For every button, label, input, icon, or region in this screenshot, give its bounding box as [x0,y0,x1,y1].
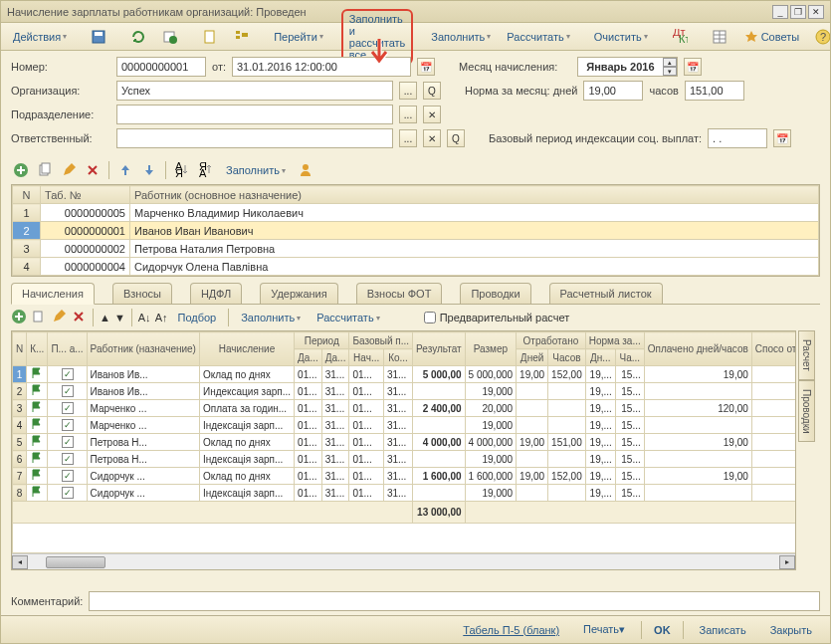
person-icon[interactable] [296,160,315,180]
tab-1[interactable]: Взносы [112,283,172,304]
table-row[interactable]: 4✓Марченко ...Індексація зарп...01...31.… [13,417,796,434]
calc2-menu[interactable]: Рассчитать▾ [311,310,385,325]
table-row[interactable]: 40000000004Сидорчук Олена Павлівна [13,258,819,276]
calendar-icon[interactable]: 📅 [417,58,435,76]
side-tab-calc[interactable]: Расчет [798,330,815,380]
add-icon[interactable] [11,160,31,180]
tab-3[interactable]: Удержания [260,283,337,304]
norm-hours-field[interactable]: 151,00 [685,81,744,101]
tab-2[interactable]: НДФЛ [190,283,242,304]
number-field[interactable]: 00000000001 [116,57,206,77]
tab-6[interactable]: Расчетный листок [549,283,663,304]
table-row[interactable]: 3✓Марченко ...Оплата за годин...01...31.… [13,400,796,417]
preview-checkbox[interactable]: Предварительный расчет [424,312,570,323]
tab-5[interactable]: Проводки [460,283,530,304]
min-button[interactable]: _ [772,5,788,19]
refresh-icon[interactable] [124,27,152,47]
table-row[interactable]: 20000000001Иванов Иван Иванович [13,222,819,240]
resp-select-icon[interactable]: ... [399,129,417,147]
resp-field[interactable] [116,128,393,148]
copy2-icon[interactable] [31,309,47,326]
comment-field[interactable] [89,591,820,611]
dept-field[interactable] [116,105,393,124]
dept-clear-icon[interactable]: ✕ [423,106,441,123]
norm-days-field[interactable]: 19,00 [583,81,643,101]
total-result: 13 000,00 [413,502,465,524]
table-row[interactable]: 1✓Иванов Ив...Оклад по днях01...31...01.… [13,366,796,383]
fill-submenu[interactable]: Заполнить▾ [220,162,292,178]
sortasc-icon[interactable]: AЯ [172,160,192,180]
sort2b-icon[interactable]: A↑ [155,312,168,323]
advice-button[interactable]: Советы [737,27,805,47]
org-field[interactable]: Успех [116,81,393,101]
ok-button[interactable]: OK [641,621,684,639]
print-menu[interactable]: Печать▾ [575,620,633,639]
sort2a-icon[interactable]: A↓ [138,312,151,323]
help-icon[interactable]: ? [809,27,831,47]
add2-icon[interactable] [11,309,27,326]
col-name[interactable]: Работник (основное назначение) [130,186,819,204]
moveup-icon[interactable] [115,160,135,180]
sortdesc-icon[interactable]: ЯA [196,160,216,180]
table-row[interactable]: 6✓Петрова Н...Індексація зарп...01...31.… [13,451,796,468]
table-row[interactable]: 10000000005Марченко Владимир Николаевич [13,204,819,222]
month-up-icon[interactable]: ▴ [663,58,677,67]
employees-grid[interactable]: N Таб. № Работник (основное назначение) … [11,184,820,277]
edit-icon[interactable] [59,160,79,180]
fill-menu[interactable]: Заполнить▾ [425,29,497,45]
save-button[interactable]: Записать [692,621,754,639]
tree-icon[interactable] [228,27,256,47]
close-button[interactable]: ✕ [808,5,824,19]
select-button[interactable]: Подбор [171,310,222,325]
save-icon[interactable] [85,27,112,47]
table-row[interactable]: 2✓Иванов Ив...Индексация зарп...01...31.… [13,383,796,400]
table-icon[interactable] [706,27,733,47]
doc-icon[interactable] [196,27,224,47]
month-calendar-icon[interactable]: 📅 [684,58,702,76]
scroll-thumb[interactable] [46,556,105,568]
resp-open-icon[interactable]: Q [447,129,465,147]
copy-icon[interactable] [35,160,55,180]
table-row[interactable]: 30000000002Петрова Наталия Петровна [13,240,819,258]
table-row[interactable]: 7✓Сидорчук ...Оклад по днях01...31...01.… [13,468,796,485]
del2-icon[interactable] [71,309,87,326]
table-row[interactable]: 5✓Петрова Н...Оклад по днях01...31...01.… [13,434,796,451]
dept-select-icon[interactable]: ... [399,106,417,123]
col-n[interactable]: N [13,186,41,204]
fill2-menu[interactable]: Заполнить▾ [235,310,307,325]
go-menu[interactable]: Перейти▾ [268,29,329,45]
side-tab-entries[interactable]: Проводки [798,380,815,443]
dk-icon[interactable]: ДтКт [666,27,694,47]
table-row[interactable]: 8✓Сидорчук ...Індексація зарп...01...31.… [13,485,796,502]
base-period-field[interactable]: . . [708,128,767,148]
month-selector[interactable]: Январь 2016 ▴▾ [577,57,677,77]
close-button-footer[interactable]: Закрыть [762,621,820,639]
tabel-link[interactable]: Табель П-5 (бланк) [455,621,567,639]
calc-menu[interactable]: Рассчитать▾ [501,29,575,45]
scroll-left-icon[interactable]: ◂ [12,555,28,569]
tab-0[interactable]: Начисления [11,283,95,305]
max-button[interactable]: ❐ [790,5,806,19]
org-open-icon[interactable]: Q [423,82,441,100]
down2-icon[interactable]: ▼ [114,312,125,323]
tab-bar: НачисленияВзносыНДФЛУдержанияВзносы ФОТП… [11,283,820,305]
post-icon[interactable] [156,27,184,47]
tab-4[interactable]: Взносы ФОТ [356,283,443,304]
accruals-grid[interactable]: N К... П... а... Работник (назначение) Н… [12,331,795,553]
base-period-cal-icon[interactable]: 📅 [773,129,791,147]
col-tab[interactable]: Таб. № [41,186,130,204]
scroll-right-icon[interactable]: ▸ [779,555,795,569]
base-period-label: Базовый период индексации соц. выплат: [489,132,702,144]
org-select-icon[interactable]: ... [399,82,417,100]
edit2-icon[interactable] [51,309,67,326]
clear-menu[interactable]: Очистить▾ [588,29,654,45]
number-label: Номер: [11,61,110,73]
month-down-icon[interactable]: ▾ [663,67,677,76]
up2-icon[interactable]: ▲ [100,312,110,323]
annotation-arrow-icon [364,37,394,67]
dept-label: Подразделение: [11,108,110,120]
actions-menu[interactable]: Действия▾ [7,29,73,45]
resp-clear-icon[interactable]: ✕ [423,129,441,147]
delete-icon[interactable] [83,160,103,180]
movedown-icon[interactable] [139,160,159,180]
